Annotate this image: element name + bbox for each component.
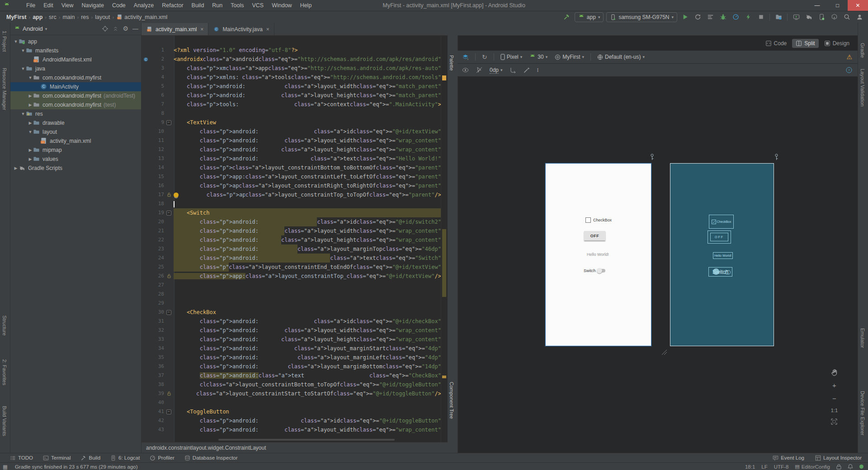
stop-icon[interactable]	[756, 12, 766, 22]
theme-selector[interactable]: MyFirst▾	[553, 54, 586, 60]
apply-changes-icon[interactable]	[693, 12, 703, 22]
blueprint-switch[interactable]: Switch	[708, 267, 732, 277]
code-line-15[interactable]: 15 class="p">app:class="a">layout_constr…	[142, 172, 441, 181]
code-line-42[interactable]: 42 class="p">android:class="a">idclass="…	[142, 416, 441, 425]
menu-file[interactable]: File	[23, 1, 39, 9]
avd-manager-icon[interactable]	[816, 12, 826, 22]
code-line-1[interactable]: 1<?xml version="1.0" encoding="utf-8"?>	[142, 46, 441, 55]
code-line-14[interactable]: 14 class="p">app:class="a">layout_constr…	[142, 163, 441, 172]
chevron-right-icon[interactable]: ▶	[28, 157, 33, 161]
zoom-actual-button[interactable]: 1:1	[831, 408, 838, 413]
zoom-in-icon[interactable]: +	[832, 381, 836, 389]
code-line-25[interactable]: 25 class="p">app:class="a">layout_constr…	[142, 263, 441, 272]
code-line-28[interactable]: 28	[142, 290, 441, 299]
code-line-5[interactable]: 5 class="p">android:class="a">layout_wid…	[142, 82, 441, 91]
menu-navigate[interactable]: Navigate	[78, 1, 108, 9]
avatar-icon[interactable]	[854, 12, 864, 22]
pan-icon[interactable]	[831, 369, 838, 376]
tree-item-values[interactable]: ▶values	[10, 155, 141, 164]
preview-switch[interactable]: Switch	[584, 268, 605, 273]
view-mode-design[interactable]: Design	[821, 39, 853, 48]
chevron-down-icon[interactable]: ▼	[20, 48, 26, 53]
menu-edit[interactable]: Edit	[40, 1, 57, 9]
tool-stripe-structure[interactable]: Structure	[2, 315, 7, 336]
blueprint-preview-surface[interactable]: CheckBox OFF Hello World! Switch	[670, 163, 774, 346]
tool-window-button-profiler[interactable]: Profiler	[150, 455, 174, 461]
chevron-right-icon[interactable]: ▶	[28, 148, 33, 152]
horizontal-scrollbar[interactable]	[218, 439, 395, 441]
code-line-32[interactable]: 32 class="p">android:class="a">layout_wi…	[142, 326, 441, 335]
code-line-36[interactable]: 36 class="p">android:class="a">layout_ma…	[142, 362, 441, 371]
preview-textview[interactable]: Hello World!	[587, 252, 609, 257]
warning-mark[interactable]	[442, 376, 446, 378]
tree-item-androidmanifest-xml[interactable]: <>AndroidManifest.xml	[10, 55, 141, 64]
menu-build[interactable]: Build	[188, 1, 208, 9]
editor-tab-activity-main-xml[interactable]: <> activity_main.xml ×	[142, 23, 208, 35]
chevron-down-icon[interactable]: ▼	[20, 112, 26, 116]
chevron-down-icon[interactable]: ▼	[13, 39, 19, 44]
tree-item-mainactivity[interactable]: CMainActivity	[10, 82, 141, 91]
tree-item-com-cookandroid-myfirst[interactable]: ▼com.cookandroid.myfirst	[10, 73, 141, 82]
code-line-6[interactable]: 6 class="p">android:class="a">layout_hei…	[142, 91, 441, 100]
code-line-9[interactable]: 9− <TextView	[142, 118, 441, 127]
tree-item-drawable[interactable]: ▶drawable	[10, 118, 141, 127]
code-line-40[interactable]: 40	[142, 398, 441, 407]
eye-icon[interactable]	[460, 67, 471, 73]
code-line-23[interactable]: 23 class="p">android:class="a">layout_ma…	[142, 244, 441, 254]
code-line-31[interactable]: 31 class="p">android:class="a">idclass="…	[142, 317, 441, 326]
chevron-down-icon[interactable]: ▼	[28, 75, 33, 80]
code-line-37[interactable]: 37 class="p">android:class="a">textclass…	[142, 371, 441, 380]
bell-icon[interactable]	[848, 464, 853, 470]
margin-selector[interactable]: 0dp▾	[488, 67, 505, 74]
tool-window-button-terminal[interactable]: Terminal	[43, 455, 71, 461]
fold-icon[interactable]: −	[166, 409, 171, 414]
code-line-17[interactable]: 17 class="p">app:class="a">layout_constr…	[142, 190, 441, 199]
zoom-out-icon[interactable]: −	[832, 395, 836, 402]
menu-refactor[interactable]: Refactor	[158, 1, 187, 9]
tree-item-mipmap[interactable]: ▶mipmap	[10, 146, 141, 155]
project-view-selector[interactable]: Android ▾ ⚙—	[10, 23, 141, 35]
lock-icon[interactable]	[836, 464, 841, 470]
minimize-button[interactable]: —	[807, 0, 827, 11]
close-icon[interactable]: ×	[266, 26, 269, 33]
blueprint-toggle-button[interactable]: OFF	[708, 230, 731, 244]
breadcrumb-item-src[interactable]: src	[49, 14, 57, 20]
locate-icon[interactable]	[102, 25, 108, 32]
checkbox-box[interactable]	[585, 217, 591, 223]
menu-view[interactable]: View	[58, 1, 77, 9]
sdk-manager-icon[interactable]	[829, 12, 839, 22]
code-line-22[interactable]: 22 class="p">android:class="a">layout_he…	[142, 235, 441, 244]
tool-window-button-6-logcat[interactable]: 6: Logcat	[110, 455, 140, 461]
code-line-34[interactable]: 34 class="p">android:class="a">layout_ma…	[142, 344, 441, 353]
tool-stripe-emulator[interactable]: Emulator	[860, 328, 865, 348]
chevron-down-icon[interactable]: ▼	[20, 66, 26, 71]
code-line-35[interactable]: 35 class="p">android:class="a">layout_ma…	[142, 353, 441, 362]
breadcrumb-item-MyFirst[interactable]: MyFirst	[6, 14, 26, 20]
breadcrumb-item-activity_main.xml[interactable]: activity_main.xml	[124, 14, 167, 20]
menu-tools[interactable]: Tools	[227, 1, 247, 9]
blueprint-checkbox[interactable]: CheckBox	[709, 215, 734, 229]
menu-analyze[interactable]: Analyze	[130, 1, 157, 9]
maximize-button[interactable]: □	[827, 0, 848, 11]
zoom-fit-icon[interactable]	[831, 418, 837, 425]
fold-icon[interactable]: −	[166, 310, 171, 315]
code-line-4[interactable]: 4 class="p">xmlns:class="a">toolsclass="…	[142, 73, 441, 82]
class-indicator-icon[interactable]: C	[143, 56, 148, 61]
breadcrumb-item-main[interactable]: main	[62, 14, 75, 20]
line-ending[interactable]: LF	[761, 464, 767, 470]
code-line-24[interactable]: 24 class="p">android:class="a">textclass…	[142, 254, 441, 263]
blueprint-textview[interactable]: Hello World!	[713, 252, 733, 259]
code-line-7[interactable]: 7 class="p">tools:class="a">contextclass…	[142, 100, 441, 109]
tree-item-app[interactable]: ▼app	[10, 37, 141, 46]
code-line-29[interactable]: 29	[142, 299, 441, 308]
apply-code-changes-icon[interactable]	[743, 12, 753, 22]
tool-stripe-device-file-explorer[interactable]: Device File Explorer	[860, 391, 865, 435]
api-selector[interactable]: 30▾	[528, 54, 549, 60]
code-line-19[interactable]: 19− <Switch	[142, 208, 441, 217]
error-stripe-scrollbar[interactable]	[441, 36, 448, 442]
design-preview-surface[interactable]: CheckBox OFF Hello World! Switch	[545, 163, 651, 346]
orientation-icon[interactable]: ↻	[480, 53, 489, 61]
breadcrumb-item-layout[interactable]: layout	[95, 14, 110, 20]
warning-mark[interactable]	[442, 75, 446, 80]
code-line-16[interactable]: 16 class="p">app:class="a">layout_constr…	[142, 181, 441, 190]
